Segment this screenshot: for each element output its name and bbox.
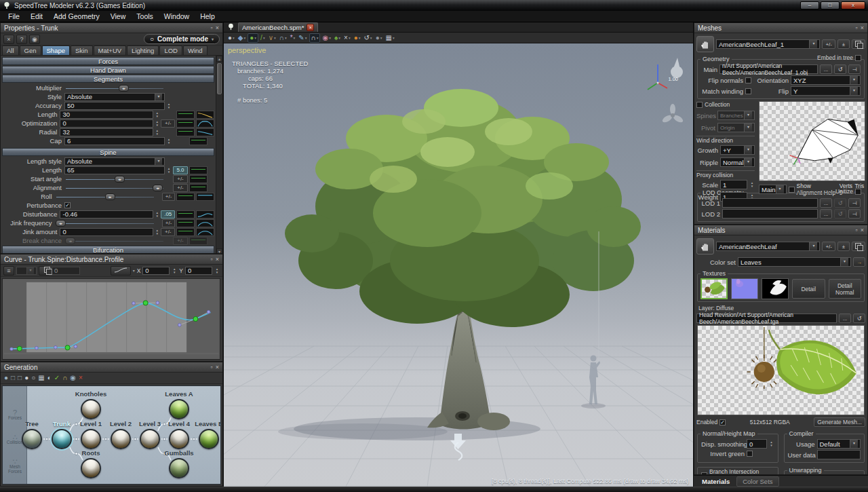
break-chance-slider[interactable]: ◂▸ bbox=[64, 237, 165, 245]
section-hand-drawn[interactable]: Hand Drawn bbox=[2, 66, 214, 74]
generation-graph[interactable]: ?Forces ∴Collision ∵Mesh Forces TreeTrun… bbox=[2, 385, 221, 485]
paint-tool-icon[interactable]: ◉▾ bbox=[321, 33, 332, 43]
variance-button[interactable]: +/- bbox=[173, 175, 188, 183]
main-mesh-path-field[interactable]: n/Art Support/American Beech/AmericanBee… bbox=[719, 64, 818, 74]
whats-this-icon[interactable]: ? bbox=[16, 35, 27, 44]
sphere2-icon[interactable]: ●▾ bbox=[374, 33, 384, 43]
spinner[interactable]: ▴▾ bbox=[166, 167, 172, 174]
variance-button[interactable]: +/- bbox=[162, 219, 175, 227]
marquee-select-icon[interactable]: □ bbox=[11, 373, 15, 383]
new-node-icon[interactable]: ● bbox=[4, 373, 8, 383]
flip-dropdown[interactable]: Y▾ bbox=[791, 86, 861, 96]
properties-scrollbar[interactable]: ▴ ▾ bbox=[216, 56, 222, 254]
menu-view[interactable]: View bbox=[105, 12, 132, 21]
length-field[interactable]: 30 bbox=[60, 111, 153, 119]
curve-type-button[interactable] bbox=[111, 266, 131, 276]
scroll-up-icon[interactable]: ▴ bbox=[216, 56, 222, 62]
profile-thumb[interactable] bbox=[189, 166, 208, 174]
menu-window[interactable]: Window bbox=[159, 12, 195, 21]
match-winding-checkbox[interactable] bbox=[745, 88, 751, 94]
tab-materials[interactable]: Materials bbox=[696, 477, 735, 486]
curve-point[interactable] bbox=[143, 301, 148, 305]
spine-tool-icon[interactable]: ∨▾ bbox=[267, 33, 277, 43]
refresh-icon[interactable]: ↺ bbox=[834, 198, 846, 208]
menu-edit[interactable]: Edit bbox=[25, 12, 48, 21]
section-spine[interactable]: Spine bbox=[2, 148, 214, 156]
curve-spin-field[interactable]: 0 bbox=[52, 267, 80, 275]
ring-icon[interactable]: ○ bbox=[31, 373, 35, 383]
generation-panel-titlebar[interactable]: Generation ▫× bbox=[1, 362, 222, 373]
hierarchy-icon[interactable]: ◆▾ bbox=[237, 33, 247, 43]
optimization-field[interactable]: 0 bbox=[60, 119, 153, 128]
delete-icon[interactable]: × bbox=[79, 373, 83, 383]
collection-checkbox[interactable] bbox=[696, 102, 703, 108]
gen-node-level-1[interactable] bbox=[81, 429, 101, 449]
spinner[interactable]: ▴▾ bbox=[214, 267, 220, 274]
spinner[interactable]: ▴▾ bbox=[155, 120, 159, 127]
gen-node-level-4[interactable] bbox=[169, 429, 189, 449]
spinner[interactable]: ▴▾ bbox=[769, 440, 774, 447]
tab-shape[interactable]: Shape bbox=[42, 45, 70, 55]
alpha-texture-thumb[interactable] bbox=[762, 278, 789, 299]
accuracy-field[interactable]: 50 bbox=[64, 102, 165, 110]
section-bifurcation[interactable]: Bifurcation bbox=[2, 246, 214, 254]
copy-curve-icon[interactable] bbox=[39, 266, 50, 276]
section-forces[interactable]: Forces bbox=[2, 57, 214, 65]
mode-selector[interactable]: ○ Complete mode ▾ bbox=[144, 34, 220, 44]
curve-handle[interactable] bbox=[54, 345, 58, 349]
variance-button[interactable]: +/- bbox=[162, 193, 175, 201]
curve-y-field[interactable]: 0 bbox=[185, 267, 212, 275]
curve-thumb[interactable] bbox=[196, 219, 214, 227]
connect-icon[interactable]: ⊣ bbox=[848, 64, 861, 74]
menu-help[interactable]: Help bbox=[195, 12, 220, 21]
curve-thumb[interactable] bbox=[196, 228, 214, 236]
length-style-dropdown[interactable]: Absolute▾ bbox=[64, 157, 165, 166]
magnet-tool-icon[interactable]: ∩▾ bbox=[309, 33, 321, 43]
proxy-scale-field[interactable]: 1 bbox=[720, 180, 747, 189]
curve-editor-canvas[interactable] bbox=[2, 278, 220, 360]
connect-icon[interactable]: ⊣ bbox=[848, 209, 861, 219]
menu-tools[interactable]: Tools bbox=[131, 12, 159, 21]
cut-tool-icon[interactable]: ×▾ bbox=[342, 33, 352, 43]
curve-handle[interactable] bbox=[178, 323, 181, 326]
curve-menu-icon[interactable]: ≡ bbox=[3, 266, 14, 276]
curve-handle[interactable] bbox=[207, 310, 210, 314]
close-icon[interactable]: × bbox=[861, 227, 864, 233]
undo-icon[interactable]: ↺▾ bbox=[362, 33, 373, 43]
curve-x-field[interactable]: 0 bbox=[142, 267, 170, 275]
lock-icon[interactable]: ∩ bbox=[62, 373, 67, 383]
orientation-dropdown[interactable]: XYZ▾ bbox=[791, 75, 861, 85]
curve-handle[interactable] bbox=[35, 346, 39, 349]
profile-thumb[interactable] bbox=[189, 137, 208, 145]
refresh-icon[interactable]: ↺ bbox=[834, 209, 846, 219]
maximize-button[interactable]: □ bbox=[821, 1, 840, 10]
profile-thumb[interactable] bbox=[189, 175, 208, 183]
lod2-path-field[interactable] bbox=[722, 209, 818, 219]
variance-button[interactable]: +/- bbox=[173, 237, 188, 245]
copy-mesh-button[interactable] bbox=[852, 39, 865, 49]
draw-tool-icon[interactable]: ✎▾ bbox=[297, 33, 308, 43]
apply-check-icon[interactable]: ✓ bbox=[54, 373, 60, 383]
slider-handle-icon[interactable]: ◂▸ bbox=[65, 238, 75, 244]
float-icon[interactable]: ▫ bbox=[856, 24, 858, 31]
float-icon[interactable]: ▫ bbox=[856, 227, 858, 233]
gen-node-gumballs[interactable] bbox=[169, 458, 189, 478]
gen-node-tree[interactable] bbox=[22, 429, 42, 449]
properties-panel-titlebar[interactable]: Properties - Trunk ▫× bbox=[1, 23, 222, 33]
wand-icon[interactable]: ◐ bbox=[47, 373, 52, 383]
user-data-field[interactable] bbox=[817, 450, 861, 459]
curve-point[interactable] bbox=[17, 346, 22, 351]
profile-thumb[interactable] bbox=[176, 119, 195, 128]
meshes-panel-titlebar[interactable]: Meshes ▫× bbox=[694, 23, 867, 33]
float-icon[interactable]: ▫ bbox=[211, 24, 213, 31]
slider-handle-icon[interactable]: ◂▸ bbox=[115, 176, 125, 183]
drag-handle-button[interactable] bbox=[696, 36, 714, 52]
curve-thumb[interactable] bbox=[196, 193, 214, 201]
browse-button[interactable]: ... bbox=[820, 209, 832, 219]
mesh-selector[interactable]: AmericanBeechLeaf_1▾ bbox=[716, 39, 820, 49]
copy-material-button[interactable] bbox=[852, 242, 865, 251]
spinner[interactable]: ▴▾ bbox=[166, 102, 172, 109]
embed-checkbox[interactable] bbox=[855, 55, 861, 61]
tab-matuv[interactable]: Mat+UV bbox=[94, 45, 127, 55]
sphere-icon[interactable]: ● bbox=[24, 373, 28, 383]
